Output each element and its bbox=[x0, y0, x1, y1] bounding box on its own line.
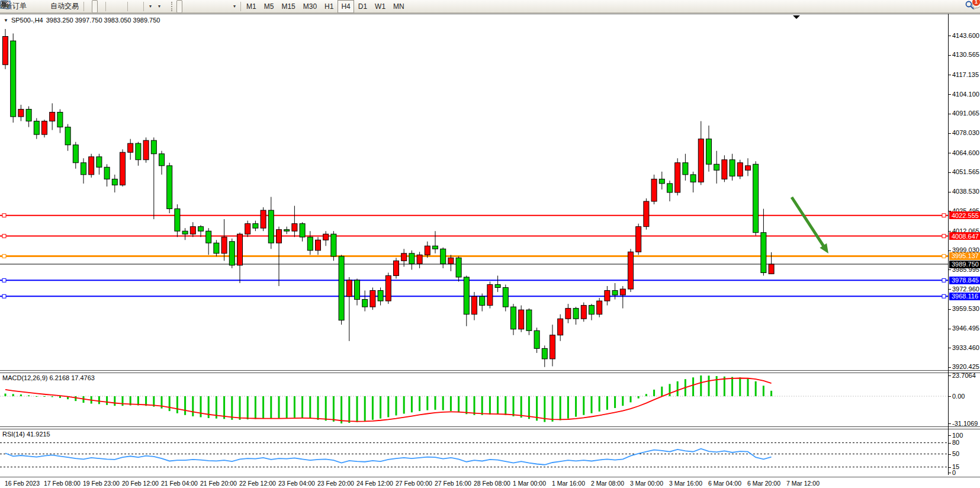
cursor-button[interactable] bbox=[176, 0, 182, 13]
macd-histogram-bar bbox=[731, 377, 733, 396]
vertical-line-button[interactable] bbox=[188, 0, 194, 13]
symbol-period: SP500-,H4 bbox=[11, 17, 43, 24]
tile-windows-button[interactable] bbox=[120, 0, 126, 13]
price-tick-mark bbox=[948, 348, 951, 348]
rsi-line bbox=[5, 449, 772, 465]
up-candle bbox=[675, 163, 680, 192]
down-candle bbox=[26, 109, 31, 121]
macd-histogram-bar bbox=[560, 396, 561, 420]
rsi-indicator-panel[interactable]: RSI(14) 41.9215 1008050150 bbox=[0, 429, 980, 477]
text-button[interactable]: A bbox=[218, 0, 224, 13]
toolbar-separator bbox=[240, 2, 241, 11]
autotrade-label: 自动交易 bbox=[50, 1, 79, 11]
trendline-button[interactable] bbox=[200, 0, 206, 13]
terminal-button[interactable] bbox=[36, 0, 41, 13]
macd-histogram-bar bbox=[645, 394, 647, 396]
timeframe-m1[interactable]: M1 bbox=[243, 0, 260, 13]
price-tick-label: 4143.600 bbox=[952, 32, 979, 39]
time-axis-label: 1 Mar 00:00 bbox=[513, 480, 546, 487]
timeframe-m5[interactable]: M5 bbox=[261, 0, 278, 13]
crosshair-button[interactable] bbox=[182, 0, 188, 13]
macd-histogram-bar bbox=[325, 396, 327, 420]
down-candle bbox=[81, 163, 86, 175]
macd-histogram-bar bbox=[411, 396, 413, 412]
time-axis[interactable]: 16 Feb 202317 Feb 08:0019 Feb 23:0020 Fe… bbox=[0, 477, 980, 488]
down-candle bbox=[526, 310, 532, 330]
one-click-trading-collapse-icon[interactable]: ▼ bbox=[4, 18, 8, 23]
chart-shift-button[interactable] bbox=[136, 0, 142, 13]
macd-histogram-bar bbox=[239, 396, 241, 420]
up-candle bbox=[316, 240, 321, 251]
down-candle bbox=[97, 157, 102, 168]
down-candle bbox=[229, 242, 234, 265]
timeframe-m15[interactable]: M15 bbox=[278, 0, 298, 13]
zoom-out-button[interactable] bbox=[114, 0, 120, 13]
equidistant-channel-button[interactable]: E bbox=[206, 0, 212, 13]
macd-histogram-bar bbox=[763, 386, 764, 396]
down-candle bbox=[167, 166, 172, 209]
macd-histogram-bar bbox=[505, 396, 506, 415]
notifications-button[interactable]: 1 bbox=[971, 0, 976, 13]
search-button[interactable] bbox=[965, 0, 971, 13]
price-tick-label: 4064.600 bbox=[952, 149, 979, 156]
toolbar-drag-handle bbox=[171, 2, 175, 11]
macd-histogram-bar bbox=[380, 396, 381, 419]
candlestick-chart[interactable] bbox=[0, 14, 948, 370]
timeframe-mn[interactable]: MN bbox=[390, 0, 408, 13]
price-line-badge: 4008.647 bbox=[949, 232, 980, 240]
macd-histogram-bar bbox=[708, 375, 710, 396]
yellow-diamond-icon[interactable] bbox=[30, 0, 36, 13]
up-candle bbox=[120, 152, 126, 185]
rsi-tick-label: 100 bbox=[952, 432, 963, 439]
time-axis-label: 2 Mar 08:00 bbox=[591, 480, 624, 487]
macd-histogram-bar bbox=[606, 396, 608, 410]
candlestick-chart-button[interactable] bbox=[92, 0, 98, 13]
timeframe-h1[interactable]: H1 bbox=[321, 0, 337, 13]
time-axis-label: 16 Feb 2023 bbox=[5, 480, 40, 487]
autotrade-button[interactable]: 自动交易 bbox=[47, 0, 82, 13]
macd-indicator-panel[interactable]: MACD(12,26,9) 6.2168 17.4763 23.70640.00… bbox=[0, 373, 980, 426]
price-tick-label: 3959.530 bbox=[952, 305, 979, 312]
timeframe-m30[interactable]: M30 bbox=[300, 0, 320, 13]
macd-histogram-bar bbox=[309, 396, 311, 419]
timeframe-d1[interactable]: D1 bbox=[355, 0, 371, 13]
price-chart-panel[interactable]: ▼ SP500-,H4 3983.250 3997.750 3983.050 3… bbox=[0, 14, 980, 370]
macd-histogram-bar bbox=[630, 396, 632, 402]
macd-histogram-bar bbox=[465, 396, 467, 414]
bar-chart-button[interactable] bbox=[86, 0, 92, 13]
fibonacci-button[interactable]: F bbox=[212, 0, 218, 13]
macd-histogram-bar bbox=[458, 396, 460, 412]
price-tick-mark bbox=[948, 309, 951, 310]
line-anchor bbox=[2, 214, 6, 217]
macd-histogram-bar bbox=[286, 396, 288, 418]
macd-histogram-bar bbox=[387, 396, 389, 417]
line-chart-button[interactable] bbox=[98, 0, 104, 13]
price-line-badge: 4022.555 bbox=[949, 211, 980, 219]
timeframe-h4[interactable]: H4 bbox=[338, 0, 354, 13]
periods-button[interactable]: ▾ bbox=[155, 0, 163, 13]
up-candle bbox=[89, 157, 94, 175]
price-tick-mark bbox=[948, 114, 951, 114]
zoom-in-button[interactable] bbox=[108, 0, 114, 13]
shapes-button[interactable]: ▾ bbox=[230, 0, 239, 13]
down-candle bbox=[441, 249, 446, 264]
time-axis-label: 7 Mar 12:00 bbox=[786, 480, 820, 487]
timeframe-w1[interactable]: W1 bbox=[371, 0, 389, 13]
up-candle bbox=[425, 246, 430, 255]
up-candle bbox=[651, 179, 657, 201]
up-candle bbox=[487, 285, 493, 306]
down-candle bbox=[34, 121, 39, 135]
up-candle bbox=[628, 252, 634, 289]
macd-histogram-bar bbox=[622, 396, 624, 406]
add-indicator-button[interactable]: ▾ bbox=[146, 0, 155, 13]
text-label-button[interactable]: T bbox=[224, 0, 230, 13]
price-tick-label: 4130.565 bbox=[952, 51, 979, 58]
price-tick-mark bbox=[948, 329, 951, 329]
down-candle bbox=[730, 160, 735, 176]
horizontal-line-button[interactable] bbox=[194, 0, 200, 13]
auto-scroll-button[interactable] bbox=[130, 0, 136, 13]
up-candle bbox=[746, 166, 751, 171]
templates-button[interactable] bbox=[163, 0, 169, 13]
notification-badge: 1 bbox=[972, 0, 980, 6]
signals-button[interactable] bbox=[41, 0, 47, 13]
